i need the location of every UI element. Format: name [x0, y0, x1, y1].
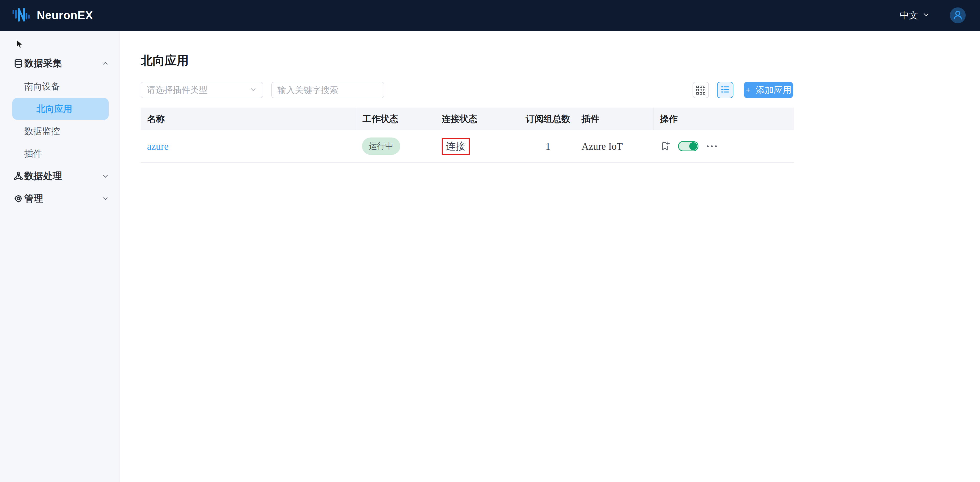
cell-name: azure	[141, 130, 356, 162]
sidebar-group-label: 数据处理	[24, 170, 62, 182]
keyword-search-input[interactable]	[271, 82, 384, 98]
person-icon	[952, 9, 964, 22]
cell-operations	[653, 130, 794, 162]
enable-toggle-switch[interactable]	[678, 141, 698, 151]
sidebar-group-label: 管理	[24, 192, 43, 205]
sidebar-navigation: 数据采集 南向设备 北向应用 数据监控 插件 数据处理	[0, 31, 120, 482]
language-label: 中文	[900, 9, 918, 22]
cell-subscription-total: 1	[521, 130, 575, 162]
apps-table: 名称 工作状态 连接状态 订阅组总数 插件 操作 azure 运行中 连接 1 …	[141, 108, 794, 163]
brand-name: NeuronEX	[37, 9, 93, 22]
mouse-cursor	[15, 39, 24, 51]
database-icon	[13, 58, 24, 69]
column-header-name: 名称	[141, 108, 356, 130]
language-switcher[interactable]: 中文	[900, 9, 930, 22]
top-header-bar: NeuronEX 中文	[0, 0, 980, 31]
sidebar-item-label: 插件	[24, 148, 42, 160]
toggle-knob	[689, 142, 697, 150]
more-actions-ellipsis-icon[interactable]	[706, 143, 718, 150]
brand: NeuronEX	[12, 7, 93, 24]
list-view-icon	[720, 85, 730, 96]
page-title: 北向应用	[141, 53, 189, 69]
app-name-link[interactable]: azure	[147, 140, 169, 152]
user-avatar[interactable]	[950, 7, 966, 23]
plus-icon: +	[745, 85, 751, 95]
table-header-row: 名称 工作状态 连接状态 订阅组总数 插件 操作	[141, 108, 794, 130]
sidebar-item-label: 南向设备	[24, 80, 60, 93]
cell-connection-status: 连接	[435, 130, 521, 162]
sidebar-group-label: 数据采集	[24, 57, 62, 70]
column-header-work-status: 工作状态	[356, 108, 435, 130]
sidebar-group-data-collection[interactable]: 数据采集	[0, 56, 120, 71]
column-header-operations: 操作	[653, 108, 794, 130]
add-app-label: 添加应用	[756, 84, 792, 96]
sidebar-item-northbound-apps[interactable]: 北向应用	[12, 98, 109, 120]
chevron-down-icon	[250, 86, 257, 94]
subscription-bookmark-add-icon[interactable]	[659, 140, 671, 152]
column-header-connection-status: 连接状态	[435, 108, 521, 130]
sidebar-item-southbound-devices[interactable]: 南向设备	[0, 79, 120, 94]
neuronex-logo-icon	[12, 7, 31, 24]
sidebar-item-data-monitoring[interactable]: 数据监控	[0, 123, 120, 139]
toolbar: 请选择插件类型 +	[141, 82, 794, 98]
chevron-up-icon	[102, 59, 109, 67]
grid-view-button[interactable]	[692, 82, 709, 98]
sidebar-item-plugins[interactable]: 插件	[0, 146, 120, 161]
data-processing-icon	[13, 171, 24, 181]
gear-icon	[13, 193, 24, 204]
table-row: azure 运行中 连接 1 Azure IoT	[141, 130, 794, 163]
list-view-button[interactable]	[717, 82, 733, 98]
chevron-down-icon	[922, 10, 930, 21]
sidebar-item-label: 数据监控	[24, 125, 60, 137]
chevron-down-icon	[102, 172, 109, 180]
cell-work-status: 运行中	[356, 130, 435, 162]
add-app-button[interactable]: + 添加应用	[744, 82, 793, 98]
main-content: 北向应用 请选择插件类型	[120, 31, 980, 482]
sidebar-group-data-processing[interactable]: 数据处理	[0, 168, 120, 184]
connection-status-highlight-box: 连接	[442, 138, 470, 155]
sidebar-group-management[interactable]: 管理	[0, 191, 120, 206]
plugin-type-placeholder: 请选择插件类型	[147, 84, 250, 96]
grid-view-icon	[697, 86, 705, 94]
sidebar-item-label: 北向应用	[37, 103, 72, 115]
status-badge-running: 运行中	[362, 137, 400, 155]
column-header-plugin: 插件	[575, 108, 653, 130]
column-header-subscription-total: 订阅组总数	[521, 108, 575, 130]
plugin-type-select[interactable]: 请选择插件类型	[141, 82, 263, 98]
cell-plugin: Azure IoT	[575, 130, 653, 162]
chevron-down-icon	[102, 195, 109, 203]
